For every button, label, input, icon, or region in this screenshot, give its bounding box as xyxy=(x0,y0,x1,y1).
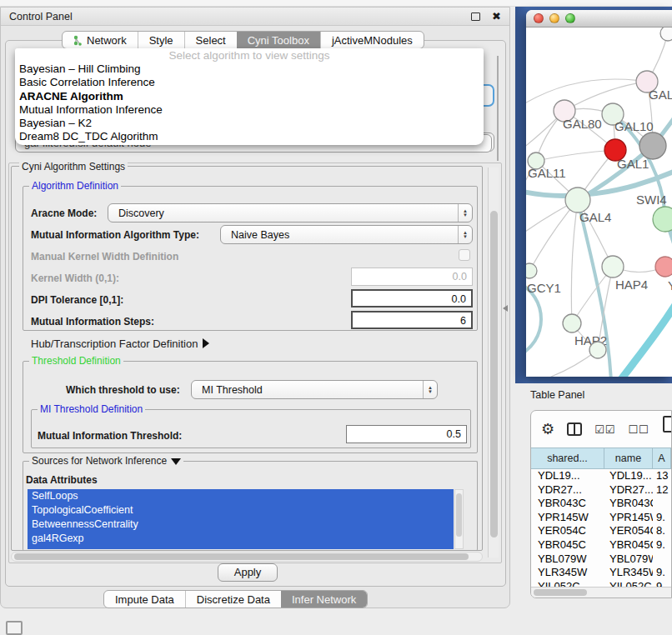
node-label-gal10: GAL10 xyxy=(614,119,654,133)
close-traffic-light-icon[interactable] xyxy=(534,13,544,23)
table-row[interactable]: YDR27...YDR27...12 xyxy=(531,483,671,498)
table-panel-box: ⚙ ☑☑ ☐☐ shared...nameA YDL19...YDL19...1… xyxy=(530,410,672,598)
stepper-arrows-icon[interactable]: ▲▼ xyxy=(458,226,472,243)
mi-type-label: Mutual Information Algorithm Type: xyxy=(31,229,199,241)
mi-type-combo[interactable]: Naive Bayes ▲▼ xyxy=(220,225,473,244)
tab-cyni-toolbox[interactable]: Cyni Toolbox xyxy=(237,32,320,48)
sources-group-title[interactable]: Sources for Network Inference xyxy=(29,455,183,467)
network-node-gal4[interactable] xyxy=(565,188,590,212)
table-cell: YBR043C xyxy=(604,497,653,511)
network-node[interactable] xyxy=(589,342,606,358)
manual-kernel-label: Manual Kernel Width Definition xyxy=(31,251,178,262)
tab-label: Impute Data xyxy=(115,593,174,606)
network-edge xyxy=(536,150,615,161)
attribute-item-betweennesscentrality[interactable]: BetweennessCentrality xyxy=(28,518,454,532)
apply-button[interactable]: Apply xyxy=(218,563,278,582)
algorithm-option-dream8-dc-tdc-algorithm[interactable]: Dream8 DC_TDC Algorithm xyxy=(15,130,484,143)
collapsed-panel-icon[interactable] xyxy=(6,621,23,635)
settings-horizontal-scrollbar[interactable] xyxy=(11,552,483,562)
tab-label: Network xyxy=(87,34,127,47)
table-row[interactable]: YPR145WYPR145W9. xyxy=(531,511,671,525)
tab-jactivemnodules[interactable]: jActiveMNodules xyxy=(320,32,424,48)
table-row[interactable]: YBL079WYBL079W xyxy=(531,552,671,567)
tab-discretize-data[interactable]: Discretize Data xyxy=(185,591,281,608)
algorithm-option-aracne-algorithm[interactable]: ARACNE Algorithm xyxy=(15,90,484,103)
tab-select[interactable]: Select xyxy=(184,32,237,48)
algorithm-option-bayesian-hill-climbing[interactable]: Bayesian – Hill Climbing xyxy=(15,62,484,76)
mi-steps-field[interactable]: 6 xyxy=(351,311,473,329)
node-label-swi4: SWI4 xyxy=(636,192,667,207)
table-row[interactable]: YER054CYER054C8. xyxy=(531,524,671,538)
table-row[interactable]: YLR345WYLR345W9. xyxy=(531,566,671,580)
close-icon[interactable]: ✖ xyxy=(492,11,501,22)
network-node-hap2[interactable] xyxy=(563,314,581,332)
table-cell: YBL079W xyxy=(604,552,653,567)
control-panel-tab-bar: NetworkStyleSelectCyni ToolboxjActiveMNo… xyxy=(62,31,424,49)
kernel-width-field[interactable]: 0.0 xyxy=(351,268,473,286)
network-node-hap4[interactable] xyxy=(602,256,624,278)
float-window-icon[interactable] xyxy=(471,12,480,21)
network-icon xyxy=(73,35,83,46)
network-edge xyxy=(571,200,578,323)
table-cell: YPR145W xyxy=(604,511,653,525)
tab-label: jActiveMNodules xyxy=(332,34,413,47)
algorithm-option-mutual-information-inference[interactable]: Mutual Information Inference xyxy=(15,103,484,117)
aracne-mode-combo[interactable]: Discovery ▲▼ xyxy=(108,203,473,222)
network-window-titlebar xyxy=(526,10,672,28)
mi-type-value: Naive Bayes xyxy=(221,229,458,241)
table-row[interactable]: YBR045CYBR045C9. xyxy=(531,538,671,552)
tab-infer-network[interactable]: Infer Network xyxy=(281,591,367,608)
tab-network[interactable]: Network xyxy=(63,32,138,48)
select-all-columns-icon[interactable]: ☑☑ xyxy=(594,423,615,436)
network-node[interactable] xyxy=(660,28,672,41)
minimize-traffic-light-icon[interactable] xyxy=(549,13,559,23)
table-cell: YDR27... xyxy=(604,483,653,498)
network-node[interactable] xyxy=(639,132,666,159)
which-threshold-combo[interactable]: MI Threshold ▲▼ xyxy=(191,380,438,399)
export-table-icon[interactable] xyxy=(663,416,672,432)
algorithm-option-bayesian-k2[interactable]: Bayesian – K2 xyxy=(15,117,484,130)
attributes-scrollbar[interactable] xyxy=(454,489,464,549)
column-header-0[interactable]: shared... xyxy=(531,448,604,468)
attribute-item-gal4rgexp[interactable]: gal4RGexp xyxy=(28,532,454,546)
tab-label: Infer Network xyxy=(292,593,356,606)
stepper-arrows-icon[interactable]: ▲▼ xyxy=(458,204,472,222)
hub-definition-toggle[interactable]: Hub/Transcription Factor Definition xyxy=(31,338,209,350)
dpi-tolerance-field[interactable]: 0.0 xyxy=(351,289,473,308)
table-horizontal-scrollbar[interactable] xyxy=(531,587,671,598)
attribute-item-selfloops[interactable]: SelfLoops xyxy=(28,489,454,503)
which-threshold-value: MI Threshold xyxy=(192,384,423,396)
splitter-collapse-icon[interactable] xyxy=(503,305,508,312)
stepper-arrows-icon[interactable]: ▲▼ xyxy=(423,381,437,398)
network-canvas[interactable]: GAL7GAL80GAL10GAL1GAL11GAL4SWI4HAP4YGCY1… xyxy=(526,28,672,377)
network-node-swi4[interactable] xyxy=(653,207,672,232)
aracne-mode-label: Aracne Mode: xyxy=(31,208,97,219)
table-row[interactable]: YBR043CYBR043C xyxy=(531,497,671,511)
network-node-y[interactable] xyxy=(655,257,672,277)
collapse-down-icon xyxy=(171,458,181,465)
deselect-all-columns-icon[interactable]: ☐☐ xyxy=(628,423,649,436)
gear-icon[interactable]: ⚙ xyxy=(541,422,554,437)
threshold-definition-title: Threshold Definition xyxy=(29,355,123,367)
table-panel-title: Table Panel xyxy=(530,389,584,401)
mi-steps-label: Mutual Information Steps: xyxy=(31,316,154,328)
column-header-1[interactable]: name xyxy=(604,448,653,468)
table-cell: YLR345W xyxy=(531,566,604,580)
node-label-gal4: GAL4 xyxy=(579,210,611,224)
table-toolbar: ⚙ ☑☑ ☐☐ xyxy=(531,411,671,448)
columns-icon[interactable] xyxy=(567,422,582,436)
algorithm-option-basic-correlation-inference[interactable]: Basic Correlation Inference xyxy=(15,76,484,89)
table-cell: YDL19... xyxy=(531,469,604,483)
table-row[interactable]: YDL19...YDL19...13 xyxy=(531,469,671,483)
column-header-2[interactable]: A xyxy=(653,448,671,468)
attribute-item-topologicalcoefficient[interactable]: TopologicalCoefficient xyxy=(28,503,454,518)
zoom-traffic-light-icon[interactable] xyxy=(565,13,575,23)
network-node-gcy1[interactable] xyxy=(526,263,537,278)
app-top-strip xyxy=(0,0,672,7)
settings-vertical-scrollbar[interactable] xyxy=(488,168,499,558)
table-panel-section: Table Panel ⚙ ☑☑ ☐☐ shared...nameA YDL19… xyxy=(510,383,672,635)
manual-kernel-checkbox[interactable] xyxy=(459,249,470,261)
tab-style[interactable]: Style xyxy=(138,32,184,48)
tab-impute-data[interactable]: Impute Data xyxy=(104,591,185,608)
mi-threshold-field[interactable]: 0.5 xyxy=(346,425,467,443)
